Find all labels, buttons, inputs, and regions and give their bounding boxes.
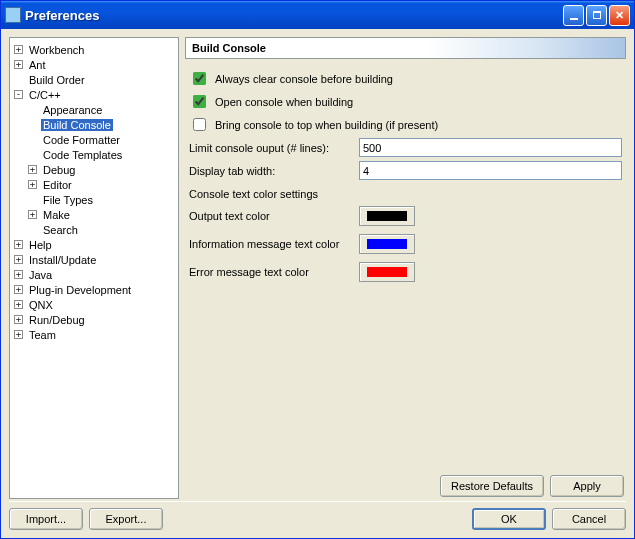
output-color-label: Output text color [189, 210, 359, 222]
check-open-label: Open console when building [215, 96, 353, 108]
expand-icon[interactable]: + [14, 60, 23, 69]
tree-item-run-debug[interactable]: +Run/Debug [12, 312, 176, 327]
tree-item-team[interactable]: +Team [12, 327, 176, 342]
expand-icon[interactable]: + [28, 165, 37, 174]
page-title: Build Console [185, 37, 626, 59]
limit-input[interactable] [359, 138, 622, 157]
import-button[interactable]: Import... [9, 508, 83, 530]
output-color-swatch [367, 211, 407, 221]
check-top[interactable] [193, 118, 206, 131]
check-open-row: Open console when building [189, 92, 622, 111]
error-color-label: Error message text color [189, 266, 359, 278]
check-clear-label: Always clear console before building [215, 73, 393, 85]
cancel-button[interactable]: Cancel [552, 508, 626, 530]
expand-icon[interactable]: + [14, 270, 23, 279]
restore-defaults-button[interactable]: Restore Defaults [440, 475, 544, 497]
tree-item-file-types[interactable]: File Types [12, 192, 176, 207]
footer: Import... Export... OK Cancel [9, 502, 626, 530]
info-color-label: Information message text color [189, 238, 359, 250]
export-button[interactable]: Export... [89, 508, 163, 530]
check-top-row: Bring console to top when building (if p… [189, 115, 622, 134]
content-pane: Build Console Always clear console befor… [185, 37, 626, 499]
expand-icon[interactable]: + [14, 315, 23, 324]
output-color-row: Output text color [189, 206, 622, 226]
color-section-label: Console text color settings [189, 188, 622, 200]
titlebar: Preferences ✕ [1, 1, 634, 29]
output-color-button[interactable] [359, 206, 415, 226]
limit-label: Limit console ouput (# lines): [189, 142, 359, 154]
expand-icon[interactable]: + [14, 330, 23, 339]
apply-button[interactable]: Apply [550, 475, 624, 497]
minimize-button[interactable] [563, 5, 584, 26]
ok-button[interactable]: OK [472, 508, 546, 530]
tab-width-row: Display tab width: [189, 161, 622, 180]
tree-item-ant[interactable]: +Ant [12, 57, 176, 72]
error-color-swatch [367, 267, 407, 277]
expand-icon[interactable]: + [14, 255, 23, 264]
tree-item-plugin-dev[interactable]: +Plug-in Development [12, 282, 176, 297]
tree-item-editor[interactable]: +Editor [12, 177, 176, 192]
tab-width-label: Display tab width: [189, 165, 359, 177]
info-color-button[interactable] [359, 234, 415, 254]
limit-row: Limit console ouput (# lines): [189, 138, 622, 157]
window-title: Preferences [25, 8, 561, 23]
check-clear[interactable] [193, 72, 206, 85]
info-color-swatch [367, 239, 407, 249]
main-area: +Workbench +Ant Build Order -C/C++ Appea… [9, 37, 626, 499]
client-area: +Workbench +Ant Build Order -C/C++ Appea… [1, 29, 634, 538]
expand-icon[interactable]: + [28, 210, 37, 219]
tree-item-build-order[interactable]: Build Order [12, 72, 176, 87]
expand-icon[interactable]: + [14, 240, 23, 249]
error-color-button[interactable] [359, 262, 415, 282]
tree-item-java[interactable]: +Java [12, 267, 176, 282]
tab-width-input[interactable] [359, 161, 622, 180]
tree-item-install-update[interactable]: +Install/Update [12, 252, 176, 267]
expand-icon[interactable]: + [14, 45, 23, 54]
expand-icon[interactable]: + [28, 180, 37, 189]
tree-item-search[interactable]: Search [12, 222, 176, 237]
check-top-label: Bring console to top when building (if p… [215, 119, 438, 131]
check-open[interactable] [193, 95, 206, 108]
check-clear-row: Always clear console before building [189, 69, 622, 88]
tree-item-make[interactable]: +Make [12, 207, 176, 222]
tree-item-code-formatter[interactable]: Code Formatter [12, 132, 176, 147]
expand-icon[interactable]: + [14, 285, 23, 294]
close-button[interactable]: ✕ [609, 5, 630, 26]
tree-item-ccpp[interactable]: -C/C++ [12, 87, 176, 102]
info-color-row: Information message text color [189, 234, 622, 254]
preferences-window: Preferences ✕ +Workbench +Ant Build Orde… [0, 0, 635, 539]
collapse-icon[interactable]: - [14, 90, 23, 99]
app-icon [5, 7, 21, 23]
tree-item-debug[interactable]: +Debug [12, 162, 176, 177]
settings-panel: Always clear console before building Ope… [185, 63, 626, 467]
tree-item-code-templates[interactable]: Code Templates [12, 147, 176, 162]
error-color-row: Error message text color [189, 262, 622, 282]
preferences-tree[interactable]: +Workbench +Ant Build Order -C/C++ Appea… [9, 37, 179, 499]
maximize-button[interactable] [586, 5, 607, 26]
tree-item-build-console[interactable]: Build Console [12, 117, 176, 132]
tree-item-qnx[interactable]: +QNX [12, 297, 176, 312]
page-buttons: Restore Defaults Apply [185, 471, 626, 499]
tree-item-workbench[interactable]: +Workbench [12, 42, 176, 57]
expand-icon[interactable]: + [14, 300, 23, 309]
tree-item-appearance[interactable]: Appearance [12, 102, 176, 117]
tree-item-help[interactable]: +Help [12, 237, 176, 252]
